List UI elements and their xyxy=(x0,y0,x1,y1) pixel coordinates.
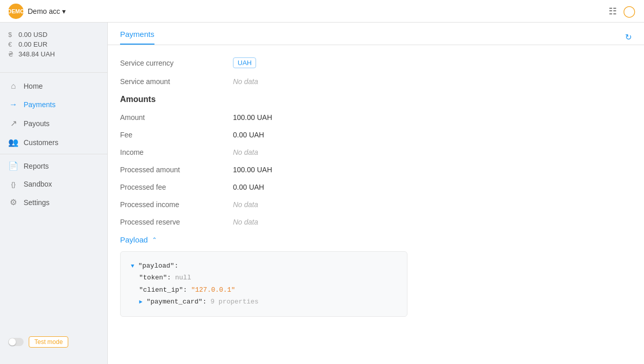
sidebar-divider-2 xyxy=(0,154,107,154)
amount-label: Amount xyxy=(120,113,233,122)
balances: $ 0.00 USD € 0.00 EUR ₴ 348.84 UAH xyxy=(0,31,107,68)
balance-eur-value: 0.00 EUR xyxy=(18,41,47,48)
customers-icon: 👥 xyxy=(8,137,18,147)
topbar-right: ☷ ◯ xyxy=(609,5,636,18)
balance-eur: € 0.00 EUR xyxy=(8,41,99,48)
sidebar-divider xyxy=(0,72,107,73)
sidebar-item-home-label: Home xyxy=(24,82,43,90)
sidebar-item-payouts-label: Payouts xyxy=(24,119,50,128)
amount-value: 100.00 UAH xyxy=(233,113,272,122)
payments-icon: → xyxy=(8,100,18,109)
sidebar-item-payouts[interactable]: ↗ Payouts xyxy=(0,114,107,133)
globe-icon[interactable]: ◯ xyxy=(623,5,636,18)
euro-icon: € xyxy=(8,41,15,48)
tab-payments[interactable]: Payments xyxy=(120,30,154,45)
main-content: Payments ↻ Service currency UAH Service … xyxy=(108,23,644,364)
fee-row: Fee 0.00 UAH xyxy=(120,131,632,139)
sidebar-item-payments-label: Payments xyxy=(24,100,55,109)
hryvnia-icon: ₴ xyxy=(8,50,15,58)
json-line-payment-card: ► "payment_card": 9 properties xyxy=(131,296,397,308)
test-mode-button[interactable]: Test mode xyxy=(29,336,68,348)
processed-fee-value: 0.00 UAH xyxy=(233,183,264,191)
service-currency-label: Service currency xyxy=(120,59,233,67)
json-line-payload: ▼ "payload": xyxy=(131,260,397,272)
sidebar-item-customers[interactable]: 👥 Customers xyxy=(0,133,107,152)
layout: $ 0.00 USD € 0.00 EUR ₴ 348.84 UAH ⌂ Hom… xyxy=(0,23,644,364)
sidebar-item-home[interactable]: ⌂ Home xyxy=(0,77,107,95)
processed-income-value: No data xyxy=(233,200,258,209)
chevron-down-icon: ▾ xyxy=(62,7,66,15)
account-selector[interactable]: Demo acc ▾ xyxy=(28,7,66,15)
sidebar-item-customers-label: Customers xyxy=(24,138,58,147)
json-line-client-ip: "client_ip": "127.0.0.1" xyxy=(131,284,397,296)
processed-amount-value: 100.00 UAH xyxy=(233,166,272,174)
sandbox-icon: {} xyxy=(8,180,18,188)
sidebar: $ 0.00 USD € 0.00 EUR ₴ 348.84 UAH ⌂ Hom… xyxy=(0,23,108,364)
test-mode-toggle[interactable] xyxy=(8,338,24,346)
income-value: No data xyxy=(233,148,258,156)
payload-chevron-icon: ⌃ xyxy=(152,236,157,244)
sidebar-item-settings[interactable]: ⚙ Settings xyxy=(0,193,107,212)
json-payment-card-toggle[interactable]: ► xyxy=(139,299,143,305)
service-currency-row: Service currency UAH xyxy=(120,57,632,68)
sidebar-item-reports[interactable]: 📄 Reports xyxy=(0,156,107,175)
balance-usd-value: 0.00 USD xyxy=(18,31,47,38)
sidebar-item-settings-label: Settings xyxy=(24,198,50,207)
payments-header: Payments ↻ xyxy=(108,23,644,45)
sidebar-item-sandbox[interactable]: {} Sandbox xyxy=(0,175,107,193)
processed-income-row: Processed income No data xyxy=(120,200,632,209)
dollar-icon: $ xyxy=(8,31,15,38)
balance-usd: $ 0.00 USD xyxy=(8,31,99,38)
processed-fee-row: Processed fee 0.00 UAH xyxy=(120,183,632,191)
reports-icon: 📄 xyxy=(8,161,18,171)
balance-uah: ₴ 348.84 UAH xyxy=(8,50,99,58)
content-area: Service currency UAH Service amount No d… xyxy=(108,45,644,329)
service-amount-value: No data xyxy=(233,77,258,86)
processed-income-label: Processed income xyxy=(120,200,233,209)
fee-value: 0.00 UAH xyxy=(233,131,264,139)
payload-toggle[interactable]: Payload xyxy=(120,235,148,244)
json-collapse-toggle[interactable]: ▼ xyxy=(131,263,134,269)
amounts-section: Amounts Amount 100.00 UAH Fee 0.00 UAH I… xyxy=(120,95,632,226)
sidebar-item-reports-label: Reports xyxy=(24,162,49,170)
sidebar-item-payments[interactable]: → Payments xyxy=(0,95,107,114)
amounts-title: Amounts xyxy=(120,95,632,104)
refresh-icon[interactable]: ↻ xyxy=(625,32,632,42)
processed-reserve-row: Processed reserve No data xyxy=(120,218,632,226)
balance-uah-value: 348.84 UAH xyxy=(18,50,55,58)
sidebar-bottom: Test mode xyxy=(0,328,107,356)
topbar: DEMO Demo acc ▾ ☷ ◯ xyxy=(0,0,644,23)
sidebar-nav: ⌂ Home → Payments ↗ Payouts 👥 Customers … xyxy=(0,77,107,212)
docs-icon[interactable]: ☷ xyxy=(609,6,617,17)
processed-reserve-value: No data xyxy=(233,218,258,226)
service-amount-label: Service amount xyxy=(120,77,233,86)
json-line-token: "token": null xyxy=(131,272,397,284)
processed-amount-row: Processed amount 100.00 UAH xyxy=(120,166,632,174)
service-amount-row: Service amount No data xyxy=(120,77,632,86)
payload-header: Payload ⌃ xyxy=(120,235,632,244)
json-block: ▼ "payload": "token": null "client_ip": … xyxy=(120,251,407,317)
account-name: Demo acc xyxy=(28,7,60,15)
amount-row: Amount 100.00 UAH xyxy=(120,113,632,122)
income-row: Income No data xyxy=(120,148,632,156)
settings-icon: ⚙ xyxy=(8,197,18,207)
payouts-icon: ↗ xyxy=(8,118,18,128)
avatar: DEMO xyxy=(8,4,24,19)
home-icon: ⌂ xyxy=(8,82,18,91)
fee-label: Fee xyxy=(120,131,233,139)
service-currency-badge: UAH xyxy=(233,57,256,68)
processed-fee-label: Processed fee xyxy=(120,183,233,191)
processed-reserve-label: Processed reserve xyxy=(120,218,233,226)
sidebar-item-sandbox-label: Sandbox xyxy=(24,180,52,188)
processed-amount-label: Processed amount xyxy=(120,166,233,174)
topbar-left: DEMO Demo acc ▾ xyxy=(8,4,66,19)
income-label: Income xyxy=(120,148,233,156)
